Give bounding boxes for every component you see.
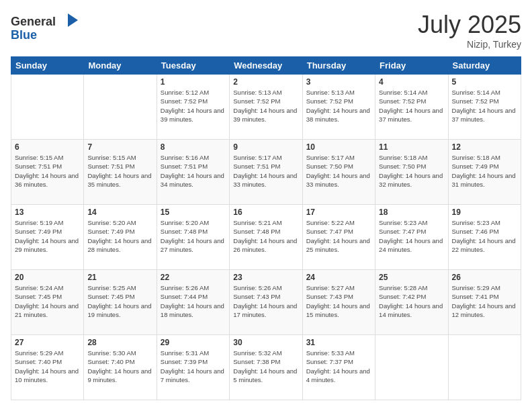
table-row: 17Sunrise: 5:22 AM Sunset: 7:47 PM Dayli…: [302, 205, 375, 270]
table-row: 6Sunrise: 5:15 AM Sunset: 7:51 PM Daylig…: [11, 140, 84, 205]
day-info: Sunrise: 5:23 AM Sunset: 7:47 PM Dayligh…: [379, 218, 444, 254]
day-number: 16: [233, 208, 298, 217]
svg-marker-1: [68, 13, 78, 27]
day-number: 20: [15, 273, 80, 282]
day-number: 11: [379, 142, 444, 152]
day-info: Sunrise: 5:27 AM Sunset: 7:43 PM Dayligh…: [306, 283, 371, 319]
day-info: Sunrise: 5:26 AM Sunset: 7:43 PM Dayligh…: [233, 283, 298, 319]
day-info: Sunrise: 5:15 AM Sunset: 7:51 PM Dayligh…: [87, 153, 152, 189]
day-info: Sunrise: 5:12 AM Sunset: 7:52 PM Dayligh…: [161, 88, 226, 124]
day-number: 31: [306, 338, 371, 347]
calendar-table: Sunday Monday Tuesday Wednesday Thursday…: [11, 56, 521, 400]
header: General Blue July 2025 Nizip, Turkey: [11, 11, 521, 50]
day-number: 4: [379, 77, 444, 87]
day-info: Sunrise: 5:17 AM Sunset: 7:51 PM Dayligh…: [233, 153, 298, 189]
day-info: Sunrise: 5:20 AM Sunset: 7:48 PM Dayligh…: [161, 218, 226, 254]
day-info: Sunrise: 5:22 AM Sunset: 7:47 PM Dayligh…: [306, 218, 371, 254]
header-monday: Monday: [84, 57, 157, 75]
table-row: [448, 335, 521, 400]
table-row: 8Sunrise: 5:16 AM Sunset: 7:51 PM Daylig…: [157, 140, 229, 205]
day-number: 25: [379, 273, 444, 282]
day-number: 29: [161, 338, 226, 347]
day-number: 3: [306, 77, 371, 87]
table-row: 4Sunrise: 5:14 AM Sunset: 7:52 PM Daylig…: [375, 75, 448, 140]
table-row: 7Sunrise: 5:15 AM Sunset: 7:51 PM Daylig…: [84, 140, 157, 205]
day-info: Sunrise: 5:29 AM Sunset: 7:40 PM Dayligh…: [15, 349, 80, 384]
table-row: 3Sunrise: 5:13 AM Sunset: 7:52 PM Daylig…: [302, 75, 375, 140]
day-info: Sunrise: 5:28 AM Sunset: 7:42 PM Dayligh…: [379, 283, 444, 319]
page: General Blue July 2025 Nizip, Turkey Sun…: [0, 0, 532, 411]
day-number: 8: [161, 142, 226, 152]
header-friday: Friday: [375, 57, 448, 75]
day-info: Sunrise: 5:29 AM Sunset: 7:41 PM Dayligh…: [452, 283, 517, 319]
svg-text:General: General: [11, 15, 56, 28]
table-row: 21Sunrise: 5:25 AM Sunset: 7:45 PM Dayli…: [84, 270, 157, 335]
table-row: 29Sunrise: 5:31 AM Sunset: 7:39 PM Dayli…: [157, 335, 229, 400]
table-row: 19Sunrise: 5:23 AM Sunset: 7:46 PM Dayli…: [448, 205, 521, 270]
day-number: 15: [161, 208, 226, 217]
svg-text:Blue: Blue: [11, 28, 37, 42]
day-number: 19: [452, 208, 517, 217]
logo-block: General Blue: [11, 11, 85, 47]
day-number: 7: [87, 142, 152, 152]
calendar-header-row: Sunday Monday Tuesday Wednesday Thursday…: [11, 57, 521, 75]
table-row: 14Sunrise: 5:20 AM Sunset: 7:49 PM Dayli…: [84, 205, 157, 270]
table-row: 31Sunrise: 5:33 AM Sunset: 7:37 PM Dayli…: [302, 335, 375, 400]
table-row: 23Sunrise: 5:26 AM Sunset: 7:43 PM Dayli…: [230, 270, 302, 335]
calendar-week-row: 27Sunrise: 5:29 AM Sunset: 7:40 PM Dayli…: [11, 335, 521, 400]
table-row: 15Sunrise: 5:20 AM Sunset: 7:48 PM Dayli…: [157, 205, 229, 270]
day-info: Sunrise: 5:13 AM Sunset: 7:52 PM Dayligh…: [306, 88, 371, 124]
day-info: Sunrise: 5:26 AM Sunset: 7:44 PM Dayligh…: [161, 283, 226, 319]
table-row: 22Sunrise: 5:26 AM Sunset: 7:44 PM Dayli…: [157, 270, 229, 335]
day-info: Sunrise: 5:31 AM Sunset: 7:39 PM Dayligh…: [161, 349, 226, 384]
table-row: 5Sunrise: 5:14 AM Sunset: 7:52 PM Daylig…: [448, 75, 521, 140]
table-row: 2Sunrise: 5:13 AM Sunset: 7:52 PM Daylig…: [230, 75, 302, 140]
table-row: 25Sunrise: 5:28 AM Sunset: 7:42 PM Dayli…: [375, 270, 448, 335]
table-row: 11Sunrise: 5:18 AM Sunset: 7:50 PM Dayli…: [375, 140, 448, 205]
day-number: 23: [233, 273, 298, 282]
day-number: 13: [15, 208, 80, 217]
day-info: Sunrise: 5:23 AM Sunset: 7:46 PM Dayligh…: [452, 218, 517, 254]
title-block: July 2025 Nizip, Turkey: [418, 11, 521, 50]
month-title: July 2025: [418, 11, 521, 39]
day-number: 5: [452, 77, 517, 87]
day-number: 10: [306, 142, 371, 152]
table-row: 9Sunrise: 5:17 AM Sunset: 7:51 PM Daylig…: [230, 140, 302, 205]
day-number: 18: [379, 208, 444, 217]
table-row: 26Sunrise: 5:29 AM Sunset: 7:41 PM Dayli…: [448, 270, 521, 335]
table-row: 30Sunrise: 5:32 AM Sunset: 7:38 PM Dayli…: [230, 335, 302, 400]
table-row: 28Sunrise: 5:30 AM Sunset: 7:40 PM Dayli…: [84, 335, 157, 400]
day-info: Sunrise: 5:14 AM Sunset: 7:52 PM Dayligh…: [452, 88, 517, 124]
calendar-week-row: 20Sunrise: 5:24 AM Sunset: 7:45 PM Dayli…: [11, 270, 521, 335]
table-row: 12Sunrise: 5:18 AM Sunset: 7:49 PM Dayli…: [448, 140, 521, 205]
header-thursday: Thursday: [302, 57, 375, 75]
table-row: [84, 75, 157, 140]
day-info: Sunrise: 5:13 AM Sunset: 7:52 PM Dayligh…: [233, 88, 298, 124]
day-info: Sunrise: 5:18 AM Sunset: 7:50 PM Dayligh…: [379, 153, 444, 189]
table-row: [11, 75, 84, 140]
day-info: Sunrise: 5:15 AM Sunset: 7:51 PM Dayligh…: [15, 153, 80, 189]
day-info: Sunrise: 5:17 AM Sunset: 7:50 PM Dayligh…: [306, 153, 371, 189]
header-wednesday: Wednesday: [230, 57, 302, 75]
table-row: 27Sunrise: 5:29 AM Sunset: 7:40 PM Dayli…: [11, 335, 84, 400]
table-row: 24Sunrise: 5:27 AM Sunset: 7:43 PM Dayli…: [302, 270, 375, 335]
header-saturday: Saturday: [448, 57, 521, 75]
table-row: 13Sunrise: 5:19 AM Sunset: 7:49 PM Dayli…: [11, 205, 84, 270]
day-info: Sunrise: 5:32 AM Sunset: 7:38 PM Dayligh…: [233, 349, 298, 384]
day-info: Sunrise: 5:25 AM Sunset: 7:45 PM Dayligh…: [87, 283, 152, 319]
table-row: 18Sunrise: 5:23 AM Sunset: 7:47 PM Dayli…: [375, 205, 448, 270]
day-info: Sunrise: 5:19 AM Sunset: 7:49 PM Dayligh…: [15, 218, 80, 254]
table-row: [375, 335, 448, 400]
day-number: 1: [161, 77, 226, 87]
day-number: 30: [233, 338, 298, 347]
day-info: Sunrise: 5:18 AM Sunset: 7:49 PM Dayligh…: [452, 153, 517, 189]
day-number: 6: [15, 142, 80, 152]
calendar-week-row: 6Sunrise: 5:15 AM Sunset: 7:51 PM Daylig…: [11, 140, 521, 205]
day-info: Sunrise: 5:14 AM Sunset: 7:52 PM Dayligh…: [379, 88, 444, 124]
day-info: Sunrise: 5:20 AM Sunset: 7:49 PM Dayligh…: [87, 218, 152, 254]
day-number: 21: [87, 273, 152, 282]
location-subtitle: Nizip, Turkey: [418, 39, 521, 50]
day-info: Sunrise: 5:21 AM Sunset: 7:48 PM Dayligh…: [233, 218, 298, 254]
day-number: 28: [87, 338, 152, 347]
header-tuesday: Tuesday: [157, 57, 229, 75]
